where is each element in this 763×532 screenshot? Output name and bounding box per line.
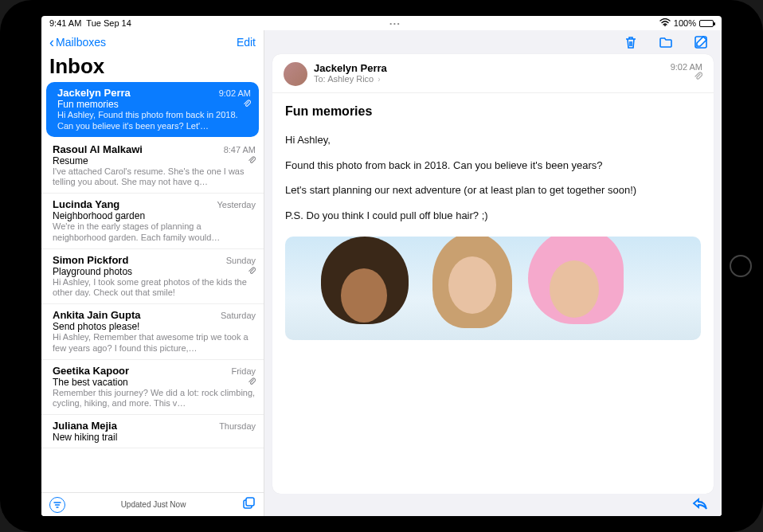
sender-name: Juliana Mejia xyxy=(53,420,219,432)
attachment-icon xyxy=(671,72,702,82)
mail-paragraph: Found this photo from back in 2018. Can … xyxy=(285,158,701,173)
message-preview: We're in the early stages of planning a … xyxy=(53,221,256,244)
message-preview: Hi Ashley, Found this photo from back in… xyxy=(57,110,251,132)
message-item[interactable]: Lucinda YangYesterdayNeighborhood garden… xyxy=(41,194,264,249)
mail-app: ‹ Mailboxes Edit Inbox Jackelyn Perra9:0… xyxy=(41,30,722,516)
edit-button[interactable]: Edit xyxy=(237,36,256,49)
battery-icon xyxy=(699,20,714,27)
message-item[interactable]: Geetika KapoorFridayThe best vacationRem… xyxy=(41,360,264,416)
message-item[interactable]: Rasoul Al Malkawi8:47 AMResumeI've attac… xyxy=(41,139,264,194)
move-folder-button[interactable] xyxy=(658,34,674,50)
message-item[interactable]: Jackelyn Perra9:02 AMFun memoriesHi Ashl… xyxy=(46,82,259,137)
battery-percent: 100% xyxy=(674,18,696,28)
chevron-left-icon: ‹ xyxy=(49,35,54,49)
message-subject: Send photos please! xyxy=(53,321,256,332)
attachment-icon xyxy=(248,156,256,166)
mail-subject: Fun memories xyxy=(285,104,701,119)
message-item[interactable]: Ankita Jain GuptaSaturdaySend photos ple… xyxy=(41,304,264,360)
mail-paragraph: Hi Ashley, xyxy=(285,133,701,147)
sidebar: ‹ Mailboxes Edit Inbox Jackelyn Perra9:0… xyxy=(41,30,264,516)
wifi-icon xyxy=(659,18,671,28)
photo-attachment[interactable] xyxy=(285,237,701,340)
to-label: To: xyxy=(314,74,326,84)
sender-name: Rasoul Al Malkawi xyxy=(53,143,224,155)
detail-to-row[interactable]: To: Ashley Rico › xyxy=(314,74,664,84)
filter-button[interactable] xyxy=(49,497,65,513)
back-label: Mailboxes xyxy=(56,36,106,49)
compose-button[interactable] xyxy=(693,34,709,50)
message-preview: I've attached Carol's resume. She's the … xyxy=(53,166,256,189)
mail-paragraph: P.S. Do you think I could pull off blue … xyxy=(285,209,701,223)
compose-stack-icon[interactable] xyxy=(241,496,256,514)
sender-avatar[interactable] xyxy=(284,62,307,86)
updated-label: Updated Just Now xyxy=(65,500,241,509)
message-subject: Playground photos xyxy=(53,266,248,277)
status-date: Tue Sep 14 xyxy=(86,18,131,28)
sender-name: Geetika Kapoor xyxy=(53,365,231,377)
svg-point-0 xyxy=(664,25,666,26)
message-preview: Hi Ashley, I took some great photos of t… xyxy=(53,277,256,299)
inbox-title: Inbox xyxy=(41,54,264,82)
delete-button[interactable] xyxy=(623,34,639,50)
recipient: Ashley Rico xyxy=(327,74,374,84)
ipad-frame: 9:41 AM Tue Sep 14 ••• 100% ‹ Mailboxes xyxy=(0,0,763,532)
mail-paragraph: Let's start planning our next adventure … xyxy=(285,183,701,198)
screen: 9:41 AM Tue Sep 14 ••• 100% ‹ Mailboxes xyxy=(41,16,722,516)
message-item[interactable]: Juliana MejiaThursdayNew hiking trail xyxy=(41,415,264,448)
attachment-icon xyxy=(248,377,256,387)
reply-button[interactable] xyxy=(691,496,709,514)
svg-rect-2 xyxy=(246,498,254,506)
sender-name: Simon Pickford xyxy=(53,254,226,266)
message-subject: Neighborhood garden xyxy=(53,210,256,221)
message-subject: The best vacation xyxy=(53,377,248,388)
attachment-icon xyxy=(243,100,251,109)
status-bar: 9:41 AM Tue Sep 14 ••• 100% xyxy=(41,16,722,30)
message-time: Yesterday xyxy=(217,200,256,209)
message-preview: Remember this journey? We did a lot: roc… xyxy=(53,388,256,410)
message-time: 8:47 AM xyxy=(224,145,256,155)
message-subject: New hiking trail xyxy=(53,432,256,443)
detail-sender[interactable]: Jackelyn Perra xyxy=(314,62,664,74)
status-time: 9:41 AM xyxy=(49,18,81,28)
home-button[interactable] xyxy=(730,255,752,277)
sender-name: Jackelyn Perra xyxy=(57,87,219,99)
detail-pane: Jackelyn Perra To: Ashley Rico › 9:02 AM xyxy=(264,30,722,516)
multitask-grabber[interactable]: ••• xyxy=(131,20,659,27)
message-time: Thursday xyxy=(219,421,256,431)
message-subject: Resume xyxy=(53,155,248,166)
message-item[interactable]: Simon PickfordSundayPlayground photosHi … xyxy=(41,249,264,305)
sender-name: Lucinda Yang xyxy=(53,198,217,210)
detail-time: 9:02 AM xyxy=(671,62,702,72)
back-mailboxes-button[interactable]: ‹ Mailboxes xyxy=(49,35,106,49)
message-time: Friday xyxy=(231,366,256,376)
chevron-right-icon: › xyxy=(378,75,380,84)
attachment-icon xyxy=(248,267,256,276)
message-time: Sunday xyxy=(226,256,256,265)
message-time: 9:02 AM xyxy=(219,88,251,98)
message-subject: Fun memories xyxy=(57,99,243,110)
message-time: Saturday xyxy=(221,311,256,320)
mail-card: Jackelyn Perra To: Ashley Rico › 9:02 AM xyxy=(272,54,714,494)
message-list[interactable]: Jackelyn Perra9:02 AMFun memoriesHi Ashl… xyxy=(41,82,264,492)
mail-header: Jackelyn Perra To: Ashley Rico › 9:02 AM xyxy=(272,54,714,93)
mail-body: Fun memories Hi Ashley,Found this photo … xyxy=(272,93,714,494)
message-preview: Hi Ashley, Remember that awesome trip we… xyxy=(53,332,256,354)
sender-name: Ankita Jain Gupta xyxy=(53,309,221,321)
